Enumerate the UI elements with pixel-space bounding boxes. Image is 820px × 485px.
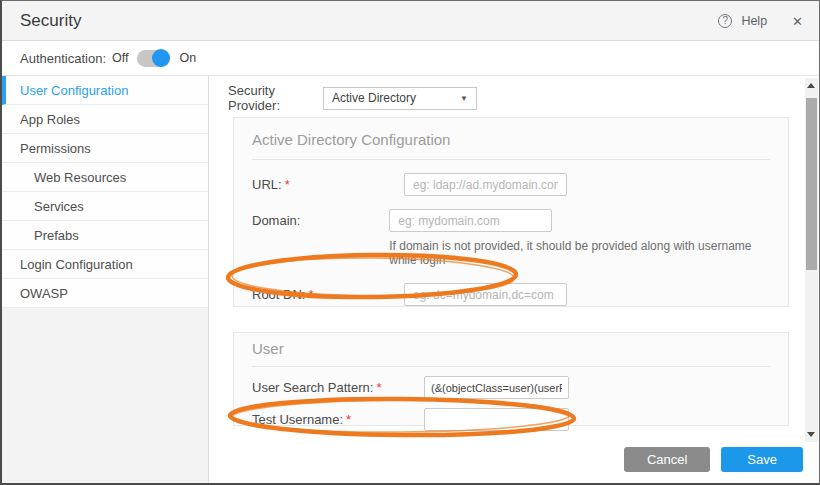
security-provider-value: Active Directory bbox=[332, 91, 416, 105]
authentication-label: Authentication: bbox=[20, 51, 112, 66]
security-provider-select[interactable]: Active Directory ▼ bbox=[323, 87, 477, 110]
required-asterisk: * bbox=[308, 287, 313, 302]
sidebar-item-prefabs[interactable]: Prefabs bbox=[2, 221, 208, 250]
test-username-input[interactable] bbox=[424, 408, 569, 431]
url-input[interactable] bbox=[404, 173, 567, 196]
toggle-knob-icon bbox=[152, 49, 170, 67]
section-title: User bbox=[252, 340, 770, 357]
test-username-row: Test Username:* bbox=[252, 408, 770, 431]
save-button[interactable]: Save bbox=[721, 447, 803, 472]
sidebar-item-permissions[interactable]: Permissions bbox=[2, 134, 208, 163]
scroll-down-icon[interactable] bbox=[807, 432, 815, 437]
sidebar-item-web-resources[interactable]: Web Resources bbox=[2, 163, 208, 192]
required-asterisk: * bbox=[376, 380, 381, 395]
security-provider-label: Security Provider: bbox=[228, 83, 323, 113]
scroll-up-icon[interactable] bbox=[807, 83, 815, 88]
sidebar-item-services[interactable]: Services bbox=[2, 192, 208, 221]
close-icon[interactable]: ✕ bbox=[792, 14, 803, 29]
domain-label: Domain: bbox=[252, 209, 389, 232]
section-divider bbox=[252, 366, 770, 367]
root-dn-field-row: Root DN:* bbox=[252, 283, 770, 306]
cancel-button[interactable]: Cancel bbox=[624, 447, 710, 472]
domain-field-row: Domain: If domain is not provided, it sh… bbox=[252, 209, 770, 267]
scrollbar-thumb[interactable] bbox=[806, 98, 817, 270]
authentication-row: Authentication: Off On bbox=[2, 41, 819, 76]
footer-actions: Cancel Save bbox=[624, 447, 803, 472]
vertical-scrollbar[interactable] bbox=[805, 78, 818, 442]
root-dn-input[interactable] bbox=[404, 283, 567, 306]
authentication-toggle[interactable] bbox=[137, 50, 170, 67]
sidebar-item-user-configuration[interactable]: User Configuration bbox=[2, 76, 208, 105]
required-asterisk: * bbox=[285, 177, 290, 192]
user-search-pattern-row: User Search Pattern:* bbox=[252, 376, 770, 399]
main-content: Security Provider: Active Directory ▼ Ac… bbox=[210, 76, 819, 483]
help-link[interactable]: Help bbox=[741, 14, 767, 28]
url-label: URL:* bbox=[252, 173, 404, 196]
user-search-pattern-input[interactable] bbox=[424, 376, 569, 399]
page-title: Security bbox=[20, 11, 81, 31]
toggle-on-label: On bbox=[179, 51, 196, 65]
domain-hint: If domain is not provided, it should be … bbox=[389, 239, 770, 267]
sidebar-item-app-roles[interactable]: App Roles bbox=[2, 105, 208, 134]
url-field-row: URL:* bbox=[252, 173, 770, 196]
section-divider bbox=[252, 159, 770, 160]
chevron-down-icon: ▼ bbox=[460, 94, 468, 103]
toggle-off-label: Off bbox=[112, 51, 128, 65]
sidebar-item-owasp[interactable]: OWASP bbox=[2, 279, 208, 308]
security-provider-row: Security Provider: Active Directory ▼ bbox=[228, 83, 477, 113]
sidebar-item-login-configuration[interactable]: Login Configuration bbox=[2, 250, 208, 279]
user-section: User User Search Pattern:* Test Username… bbox=[233, 332, 789, 426]
domain-input[interactable] bbox=[389, 209, 552, 232]
dialog-header: Security ? Help ✕ bbox=[2, 1, 819, 41]
user-search-pattern-label: User Search Pattern:* bbox=[252, 376, 424, 399]
required-asterisk: * bbox=[346, 412, 351, 427]
section-title: Active Directory Configuration bbox=[252, 131, 770, 148]
root-dn-label: Root DN:* bbox=[252, 283, 404, 306]
active-directory-configuration-section: Active Directory Configuration URL:* Dom… bbox=[233, 117, 789, 307]
security-dialog: Security ? Help ✕ Authentication: Off On… bbox=[0, 0, 820, 485]
sidebar: User Configuration App Roles Permissions… bbox=[2, 76, 209, 483]
test-username-label: Test Username:* bbox=[252, 408, 424, 431]
help-icon[interactable]: ? bbox=[718, 14, 732, 28]
